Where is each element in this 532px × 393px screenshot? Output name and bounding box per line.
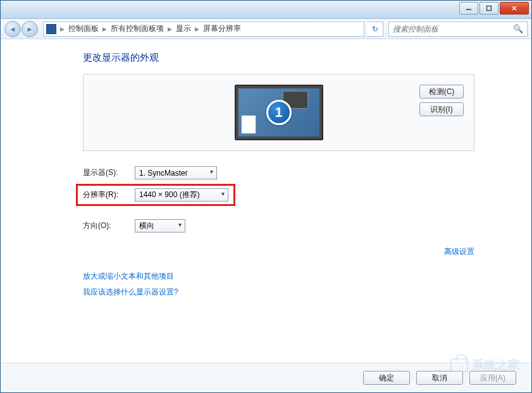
cancel-button[interactable]: 取消 bbox=[416, 371, 463, 385]
forward-button[interactable]: ► bbox=[22, 21, 38, 37]
chevron-right-icon: ▶ bbox=[102, 26, 107, 32]
orientation-label: 方向(O): bbox=[83, 221, 127, 231]
monitor-number-badge: 1 bbox=[266, 100, 292, 125]
close-button[interactable] bbox=[500, 2, 529, 15]
resolution-select[interactable]: 1440 × 900 (推荐) bbox=[135, 188, 228, 202]
display-label: 显示器(S): bbox=[83, 167, 127, 178]
window-controls bbox=[459, 1, 531, 18]
resolution-highlight: 分辨率(R): 1440 × 900 (推荐) bbox=[76, 184, 235, 206]
titlebar bbox=[1, 1, 531, 19]
chevron-right-icon: ▶ bbox=[195, 26, 199, 32]
breadcrumb[interactable]: ▶ 控制面板 ▶ 所有控制面板项 ▶ 显示 ▶ 屏幕分辨率 bbox=[43, 21, 364, 37]
advanced-settings-link[interactable]: 高级设置 bbox=[444, 247, 474, 256]
ok-button[interactable]: 确定 bbox=[363, 371, 410, 385]
navbar: ◄ ► ▶ 控制面板 ▶ 所有控制面板项 ▶ 显示 ▶ 屏幕分辨率 ↻ 🔍 bbox=[1, 19, 531, 39]
page-title: 更改显示器的外观 bbox=[83, 52, 474, 64]
monitor-preview[interactable]: 1 bbox=[235, 85, 323, 140]
detect-button[interactable]: 检测(C) bbox=[419, 85, 464, 99]
breadcrumb-item[interactable]: 控制面板 bbox=[68, 23, 99, 34]
orientation-select[interactable]: 横向 bbox=[135, 219, 185, 233]
search-box[interactable]: 🔍 bbox=[388, 21, 528, 37]
nav-arrows: ◄ ► bbox=[4, 21, 38, 37]
refresh-button[interactable]: ↻ bbox=[367, 21, 383, 37]
which-display-link[interactable]: 我应该选择什么显示器设置? bbox=[83, 287, 474, 298]
display-preview-panel: 1 检测(C) 识别(I) bbox=[83, 74, 474, 151]
maximize-button[interactable] bbox=[479, 2, 498, 15]
apply-button[interactable]: 应用(A) bbox=[469, 371, 516, 385]
chevron-right-icon: ▶ bbox=[60, 26, 65, 32]
breadcrumb-item[interactable]: 显示 bbox=[176, 23, 191, 34]
preview-doc-icon bbox=[241, 115, 256, 134]
display-row: 显示器(S): 1. SyncMaster bbox=[83, 166, 474, 179]
minimize-button[interactable] bbox=[459, 2, 478, 15]
advanced-settings-row: 高级设置 bbox=[83, 246, 474, 257]
breadcrumb-item[interactable]: 所有控制面板项 bbox=[111, 23, 164, 34]
search-input[interactable] bbox=[393, 25, 513, 33]
display-select[interactable]: 1. SyncMaster bbox=[135, 166, 217, 179]
svg-rect-1 bbox=[487, 6, 492, 11]
resize-text-link[interactable]: 放大或缩小文本和其他项目 bbox=[83, 271, 474, 282]
breadcrumb-item[interactable]: 屏幕分辨率 bbox=[203, 23, 241, 34]
footer: 确定 取消 应用(A) bbox=[1, 363, 531, 392]
back-button[interactable]: ◄ bbox=[4, 21, 21, 37]
preview-side-buttons: 检测(C) 识别(I) bbox=[419, 85, 464, 116]
control-panel-window: ◄ ► ▶ 控制面板 ▶ 所有控制面板项 ▶ 显示 ▶ 屏幕分辨率 ↻ 🔍 更改… bbox=[0, 0, 532, 393]
chevron-right-icon: ▶ bbox=[168, 26, 172, 32]
help-links: 放大或缩小文本和其他项目 我应该选择什么显示器设置? bbox=[83, 271, 474, 298]
identify-button[interactable]: 识别(I) bbox=[419, 102, 464, 116]
content-area: 更改显示器的外观 1 检测(C) 识别(I) 显示器(S): 1. Sy bbox=[1, 39, 531, 392]
resolution-label: 分辨率(R): bbox=[83, 190, 127, 200]
search-icon[interactable]: 🔍 bbox=[513, 24, 523, 33]
control-panel-icon bbox=[46, 24, 56, 34]
orientation-row: 方向(O): 横向 bbox=[83, 219, 474, 233]
